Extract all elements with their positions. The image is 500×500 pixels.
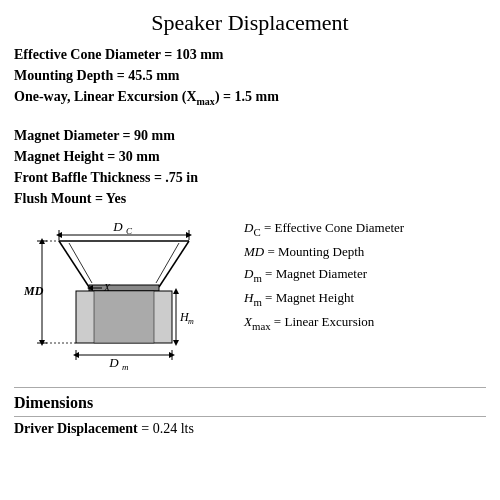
specs-group2: Magnet Diameter = 90 mm Magnet Height = … (14, 125, 486, 209)
svg-text:D: D (112, 219, 123, 234)
page-title: Speaker Displacement (14, 10, 486, 36)
svg-line-5 (59, 241, 89, 287)
svg-text:D: D (108, 355, 119, 370)
dimensions-title: Dimensions (14, 394, 486, 412)
svg-rect-15 (94, 291, 154, 343)
legend-md: MD = Mounting Depth (244, 241, 486, 263)
dimensions-section: Dimensions Driver Displacement = 0.24 lt… (14, 387, 486, 437)
svg-text:m: m (122, 362, 129, 372)
spec-magnet-height: Magnet Height = 30 mm (14, 146, 486, 167)
legend-dm: Dm = Magnet Diameter (244, 263, 486, 287)
svg-line-6 (159, 241, 189, 287)
spec-flush-mount: Flush Mount = Yes (14, 188, 486, 209)
legend-dc: DC = Effective Cone Diameter (244, 217, 486, 241)
legend-hm: Hm = Magnet Height (244, 287, 486, 311)
driver-displacement-value: = 0.24 lts (138, 421, 194, 436)
diagram-svg: D C X max (14, 217, 234, 377)
diagram-legend: DC = Effective Cone Diameter MD = Mounti… (234, 217, 486, 335)
driver-displacement-line: Driver Displacement = 0.24 lts (14, 416, 486, 437)
svg-line-8 (69, 243, 92, 283)
speaker-diagram: D C X max (14, 217, 234, 381)
spec-excursion: One-way, Linear Excursion (Xmax) = 1.5 m… (14, 86, 486, 109)
page: Speaker Displacement Effective Cone Diam… (0, 0, 500, 500)
driver-displacement-label: Driver Displacement (14, 421, 138, 436)
svg-text:C: C (126, 226, 133, 236)
spec-cone-diameter: Effective Cone Diameter = 103 mm (14, 44, 486, 65)
specs-group1: Effective Cone Diameter = 103 mm Mountin… (14, 44, 486, 109)
svg-text:MD: MD (23, 284, 44, 298)
legend-xmax: Xmax = Linear Excursion (244, 311, 486, 335)
diagram-legend-section: D C X max (14, 217, 486, 381)
svg-line-9 (156, 243, 179, 283)
svg-text:m: m (188, 317, 194, 326)
spec-baffle-thickness: Front Baffle Thickness = .75 in (14, 167, 486, 188)
spec-mounting-depth: Mounting Depth = 45.5 mm (14, 65, 486, 86)
spec-magnet-diameter: Magnet Diameter = 90 mm (14, 125, 486, 146)
